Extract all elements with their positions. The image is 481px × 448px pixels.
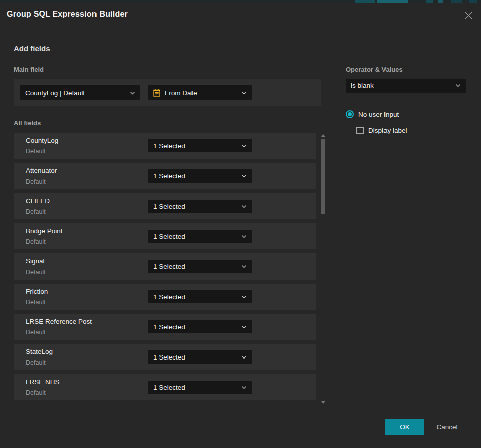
calendar-icon xyxy=(153,88,161,97)
field-subtitle: Default xyxy=(26,359,46,366)
field-name: Friction xyxy=(26,288,48,295)
field-subtitle: Default xyxy=(26,208,46,215)
display-label-label: Display label xyxy=(368,127,407,134)
chevron-down-icon xyxy=(241,91,247,95)
main-field-field-value: From Date xyxy=(165,89,234,97)
field-selected-dropdown[interactable]: 1 Selected xyxy=(148,169,252,183)
checkbox-unchecked-icon xyxy=(356,127,364,134)
field-row: StateLogDefault1 Selected xyxy=(14,344,316,370)
chevron-down-icon xyxy=(241,295,247,299)
field-selected-value: 1 Selected xyxy=(153,353,238,361)
ok-button[interactable]: OK xyxy=(385,419,424,435)
cancel-button[interactable]: Cancel xyxy=(428,419,466,435)
field-selected-value: 1 Selected xyxy=(153,172,238,180)
field-selected-value: 1 Selected xyxy=(153,384,238,391)
field-subtitle: Default xyxy=(26,238,46,245)
chevron-down-icon xyxy=(241,174,247,178)
group-sql-expression-builder-dialog: Group SQL Expression Builder Add fields … xyxy=(0,3,481,448)
field-name: LRSE NHS xyxy=(26,378,60,386)
field-name: StateLog xyxy=(26,348,53,355)
field-subtitle: Default xyxy=(26,148,46,155)
field-row: SignalDefault1 Selected xyxy=(14,253,316,280)
field-selected-dropdown[interactable]: 1 Selected xyxy=(148,200,252,213)
field-selected-value: 1 Selected xyxy=(153,263,238,271)
field-name: LRSE Reference Post xyxy=(26,318,92,325)
chevron-down-icon xyxy=(241,205,247,208)
dialog-header: Group SQL Expression Builder xyxy=(0,3,481,28)
all-fields-label: All fields xyxy=(14,119,41,127)
field-row: LRSE NHSDefault1 Selected xyxy=(14,374,316,400)
main-field-field-dropdown[interactable]: From Date xyxy=(148,85,252,100)
chevron-down-icon xyxy=(241,386,247,389)
field-selected-dropdown[interactable]: 1 Selected xyxy=(148,290,252,303)
main-field-source-value: CountyLog | Default xyxy=(25,89,127,97)
field-selected-dropdown[interactable]: 1 Selected xyxy=(148,350,252,364)
field-row: LRSE Reference PostDefault1 Selected xyxy=(14,314,316,340)
field-name: CLIFED xyxy=(26,197,50,205)
field-row: CountyLogDefault1 Selected xyxy=(14,133,316,159)
field-subtitle: Default xyxy=(26,268,46,276)
scrollbar-thumb[interactable] xyxy=(321,139,325,214)
field-subtitle: Default xyxy=(26,178,46,185)
field-selected-value: 1 Selected xyxy=(153,293,238,301)
field-row: Bridge PointDefault1 Selected xyxy=(14,223,316,249)
field-selected-dropdown[interactable]: 1 Selected xyxy=(148,260,252,273)
chevron-down-icon xyxy=(241,355,247,359)
field-subtitle: Default xyxy=(26,299,46,306)
operator-value: is blank xyxy=(351,82,452,89)
field-selected-value: 1 Selected xyxy=(153,323,238,331)
field-subtitle: Default xyxy=(26,329,46,336)
footer-buttons: OK Cancel xyxy=(385,419,466,435)
chevron-down-icon xyxy=(241,325,247,329)
field-selected-value: 1 Selected xyxy=(153,142,238,150)
main-field-source-dropdown[interactable]: CountyLog | Default xyxy=(20,85,140,100)
field-selected-value: 1 Selected xyxy=(153,233,238,240)
radio-selected-icon xyxy=(346,110,354,118)
scroll-up-arrow[interactable] xyxy=(321,134,325,137)
add-fields-heading: Add fields xyxy=(14,44,50,53)
field-selected-dropdown[interactable]: 1 Selected xyxy=(148,139,252,152)
chevron-down-icon xyxy=(241,265,247,268)
chevron-down-icon xyxy=(241,235,247,238)
field-selected-value: 1 Selected xyxy=(153,203,238,210)
fields-list-scrollbar[interactable] xyxy=(320,133,326,405)
main-field-label: Main field xyxy=(14,66,44,73)
field-row: FrictionDefault1 Selected xyxy=(14,284,316,310)
field-name: Bridge Point xyxy=(26,227,63,235)
chevron-down-icon xyxy=(130,91,135,95)
operator-dropdown[interactable]: is blank xyxy=(346,79,466,93)
display-label-checkbox[interactable]: Display label xyxy=(356,127,407,134)
field-name: CountyLog xyxy=(26,137,58,144)
field-row: CLIFEDDefault1 Selected xyxy=(14,193,316,219)
no-user-input-label: No user input xyxy=(358,111,399,118)
no-user-input-radio[interactable]: No user input xyxy=(346,110,399,118)
operator-values-label: Operator & Values xyxy=(346,66,403,73)
main-field-panel: CountyLog | Default From Date xyxy=(14,79,321,106)
vertical-divider xyxy=(334,63,334,406)
scroll-down-arrow[interactable] xyxy=(321,401,325,404)
dialog-title: Group SQL Expression Builder xyxy=(7,10,128,19)
field-subtitle: Default xyxy=(26,389,46,396)
chevron-down-icon xyxy=(455,84,461,87)
close-icon xyxy=(464,11,473,20)
field-name: Attenuator xyxy=(26,167,57,174)
field-selected-dropdown[interactable]: 1 Selected xyxy=(148,320,252,333)
chevron-down-icon xyxy=(241,144,247,148)
field-name: Signal xyxy=(26,257,45,265)
field-row: AttenuatorDefault1 Selected xyxy=(14,163,316,189)
close-button[interactable] xyxy=(462,9,474,21)
field-selected-dropdown[interactable]: 1 Selected xyxy=(148,381,252,394)
all-fields-list: CountyLogDefault1 SelectedAttenuatorDefa… xyxy=(14,133,316,404)
field-selected-dropdown[interactable]: 1 Selected xyxy=(148,230,252,243)
